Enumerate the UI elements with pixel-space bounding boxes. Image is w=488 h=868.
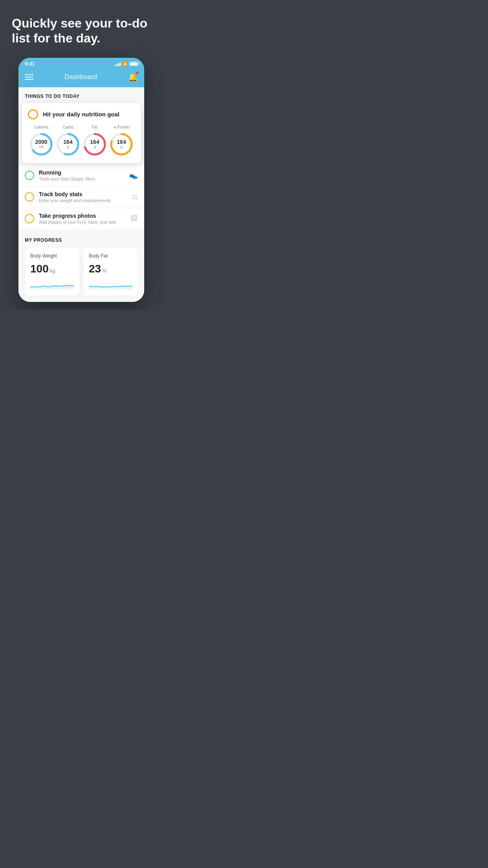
todo-progress-photos-text: Take progress photos Add images of your … [39,213,126,224]
nutrition-check-circle [28,109,38,120]
content-area: THINGS TO DO TODAY Hit your daily nutrit… [18,87,144,302]
body-fat-unit: % [102,268,107,274]
notifications-button[interactable]: 🔔 [128,72,138,82]
body-weight-number: 100 [30,263,49,275]
macro-fat-ring: 164 g [82,132,107,157]
todo-list: Running Track your stats (target: 5km) 👟… [18,165,144,230]
carbs-value: 164 [63,139,72,145]
macro-carbs: Carbs 164 g [55,125,81,157]
body-weight-unit: kg [50,268,55,274]
calories-unit: cal [35,145,47,149]
signal-icon [115,61,121,66]
macro-protein-ring: 164 g [109,132,134,157]
app-header: Dashboard 🔔 [18,68,144,87]
todo-running-text: Running Track your stats (target: 5km) [39,169,125,181]
macro-calories: Calories 2000 cal [29,125,54,157]
wifi-icon: 📶 [122,61,128,66]
nutrition-card-header: Hit your daily nutrition goal [28,109,135,120]
todo-item-body-stats[interactable]: Track body stats Enter your weight and m… [18,186,144,208]
body-weight-chart [30,279,74,290]
todo-body-stats-subtitle: Enter your weight and measurements [39,198,127,203]
protein-unit: g [117,145,126,149]
todo-item-progress-photos[interactable]: Take progress photos Add images of your … [18,208,144,230]
macro-calories-label: Calories [34,125,49,129]
body-weight-value: 100 kg [30,263,74,275]
nutrition-macros: Calories 2000 cal [28,125,135,157]
macro-calories-ring: 2000 cal [29,132,54,157]
carbs-unit: g [63,145,72,149]
fat-value: 164 [90,139,99,145]
macro-fat-label: Fat [92,125,97,129]
protein-value: 164 [117,139,126,145]
hero-title: Quickly see your to-do list for the day. [8,16,155,46]
body-weight-title: Body Weight [30,253,74,259]
status-bar: 9:41 📶 [18,58,144,68]
todo-body-stats-text: Track body stats Enter your weight and m… [39,191,127,203]
todo-running-title: Running [39,169,125,176]
notification-badge [136,72,139,74]
todo-running-subtitle: Track your stats (target: 5km) [39,177,125,181]
body-fat-chart [89,279,132,290]
body-fat-title: Body Fat [89,253,132,259]
todo-running-circle [25,171,34,180]
fat-unit: g [90,145,99,149]
running-shoe-icon: 👟 [129,171,138,180]
nutrition-card[interactable]: Hit your daily nutrition goal Calories [22,103,141,163]
macro-protein: ★ Protein 164 g [109,125,134,157]
nutrition-title: Hit your daily nutrition goal [43,111,119,118]
things-to-do-header: THINGS TO DO TODAY [18,87,144,103]
todo-progress-photos-subtitle: Add images of your front, back, and side [39,220,126,224]
photo-icon: 🖼 [131,214,138,223]
progress-section: MY PROGRESS Body Weight 100 kg [18,230,144,302]
battery-icon [129,62,138,66]
progress-section-title: MY PROGRESS [25,237,138,243]
protein-star-icon: ★ [113,125,117,129]
macro-carbs-label: Carbs [63,125,73,129]
body-weight-card[interactable]: Body Weight 100 kg [25,248,79,296]
body-fat-card[interactable]: Body Fat 23 % [83,248,138,296]
macro-fat: Fat 164 g [82,125,107,157]
progress-cards: Body Weight 100 kg [25,248,138,296]
status-icons: 📶 [115,61,138,66]
menu-button[interactable] [25,74,33,80]
todo-progress-photos-title: Take progress photos [39,213,126,219]
calories-value: 2000 [35,139,47,145]
todo-body-stats-title: Track body stats [39,191,127,197]
body-fat-number: 23 [89,263,101,275]
body-fat-value: 23 % [89,263,132,275]
status-time: 9:41 [25,61,35,67]
background: Quickly see your to-do list for the day.… [0,0,163,310]
scale-icon: ⚖ [132,193,138,201]
header-title: Dashboard [64,73,97,81]
macro-protein-label: ★ Protein [113,125,130,129]
todo-item-running[interactable]: Running Track your stats (target: 5km) 👟 [18,165,144,186]
phone-mockup: 9:41 📶 Dashboard [18,58,144,302]
todo-body-stats-circle [25,192,34,202]
macro-carbs-ring: 164 g [55,132,81,157]
todo-progress-photos-circle [25,214,34,223]
